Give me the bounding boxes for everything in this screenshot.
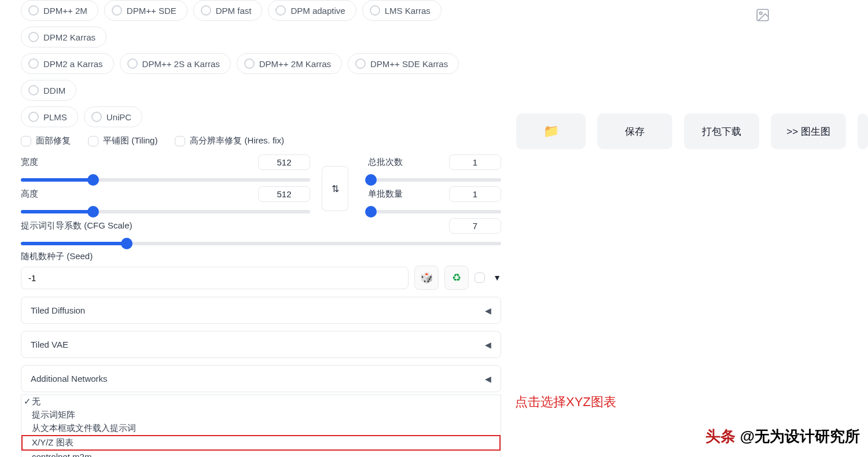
small-checks: 面部修复 平铺图 (Tiling) 高分辨率修复 (Hires. fix) [21,135,501,146]
sampler-row-3: PLMS UniPC [21,106,501,127]
sampler-row-2: DPM2 a Karras DPM++ 2S a Karras DPM++ 2M… [21,53,501,101]
save-button[interactable]: 保存 [597,113,672,149]
accordion-additional-networks[interactable]: Additional Networks◀ [21,365,501,392]
image-placeholder-icon [755,7,770,22]
sampler-unipc[interactable]: UniPC [84,106,142,127]
width-control: 宽度 512 [21,154,310,182]
check-hires-fix[interactable]: 高分辨率修复 (Hires. fix) [175,135,284,146]
sampler-dpm2-karras[interactable]: DPM2 Karras [21,27,106,47]
cfg-value[interactable]: 7 [449,218,501,234]
width-value[interactable]: 512 [258,154,310,170]
sampler-dpm2-a-karras[interactable]: DPM2 a Karras [21,53,114,74]
sampler-dpmpp-sde-karras[interactable]: DPM++ SDE Karras [348,53,459,74]
sampler-dpm-adaptive[interactable]: DPM adaptive [268,0,356,21]
batch-count-label: 总批次数 [368,157,403,168]
sampler-dpmpp-2s-a-karras[interactable]: DPM++ 2S a Karras [120,53,231,74]
batch-size-control: 单批数量 1 [368,186,501,213]
accordion-tiled-diffusion[interactable]: Tiled Diffusion◀ [21,297,501,324]
script-option-controlnet-m2m[interactable]: controlnet m2m [21,451,501,457]
sampler-dpm-fast[interactable]: DPM fast [193,0,263,21]
script-option-none[interactable]: 无 [21,395,501,408]
height-label: 高度 [21,189,38,200]
annotation-text: 点击选择XYZ图表 [515,393,616,411]
script-option-prompt-matrix[interactable]: 提示词矩阵 [21,408,501,422]
sampler-plms[interactable]: PLMS [21,106,78,127]
seed-random-button[interactable]: 🎲 [414,266,439,290]
folder-icon: 📁 [543,124,559,139]
batch-size-value[interactable]: 1 [449,186,501,202]
batch-size-label: 单批数量 [368,189,403,200]
script-dropdown-open: 无 提示词矩阵 从文本框或文件载入提示词 X/Y/Z 图表 controlnet… [21,395,501,457]
batch-count-value[interactable]: 1 [449,154,501,170]
sampler-dpmpp-2m-karras[interactable]: DPM++ 2M Karras [237,53,342,74]
output-button-bar: 📁 保存 打包下载 >> 图生图 [513,113,868,149]
sampler-row-1: DPM++ 2M DPM++ SDE DPM fast DPM adaptive… [21,0,501,47]
dice-icon: 🎲 [420,271,433,284]
script-option-prompts-from-file[interactable]: 从文本框或文件载入提示词 [21,422,501,435]
batch-count-control: 总批次数 1 [368,154,501,182]
height-slider[interactable] [21,210,310,213]
cfg-control: 提示词引导系数 (CFG Scale) 7 [21,218,501,245]
width-label: 宽度 [21,157,38,168]
seed-input[interactable] [21,267,409,289]
width-slider[interactable] [21,178,310,182]
swap-dimensions-button[interactable]: ⇅ [322,166,348,211]
open-folder-button[interactable]: 📁 [516,113,586,149]
seed-extra-checkbox[interactable] [475,272,485,283]
send-to-img2img-button[interactable]: >> 图生图 [771,113,846,149]
zip-download-button[interactable]: 打包下载 [684,113,759,149]
height-value[interactable]: 512 [258,186,310,202]
collapse-icon: ◀ [485,374,491,384]
collapse-icon: ◀ [485,306,491,315]
batch-size-slider[interactable] [368,210,501,213]
cfg-label: 提示词引导系数 (CFG Scale) [21,220,133,231]
accordion-tiled-vae[interactable]: Tiled VAE◀ [21,331,501,358]
overflow-button[interactable] [858,113,868,149]
cfg-slider[interactable] [21,242,501,245]
height-control: 高度 512 [21,186,310,213]
script-option-xyz-plot[interactable]: X/Y/Z 图表 [21,435,501,451]
seed-caret-icon[interactable]: ▼ [493,273,501,282]
watermark: 头条 @无为设计研究所 [705,426,860,447]
sampler-lms-karras[interactable]: LMS Karras [362,0,442,21]
sampler-ddim[interactable]: DDIM [21,80,76,101]
check-tiling[interactable]: 平铺图 (Tiling) [88,135,157,146]
batch-count-slider[interactable] [368,178,501,182]
sampler-dpmpp-sde[interactable]: DPM++ SDE [104,0,187,21]
svg-point-1 [760,12,762,14]
recycle-icon: ♻ [452,271,461,284]
sampler-dpmpp-2m[interactable]: DPM++ 2M [21,0,98,21]
seed-reuse-button[interactable]: ♻ [444,266,469,290]
check-face-restore[interactable]: 面部修复 [21,135,71,146]
seed-label: 随机数种子 (Seed) [21,251,93,261]
collapse-icon: ◀ [485,340,491,349]
